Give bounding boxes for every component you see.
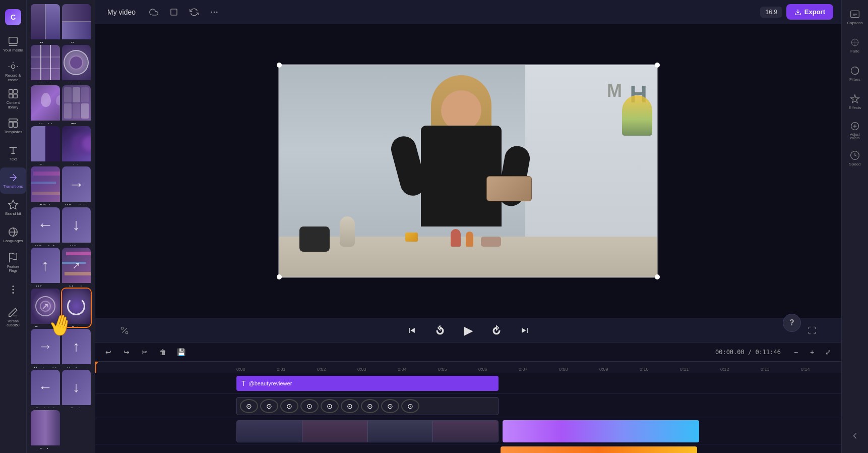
crop-button[interactable]: [166, 4, 182, 20]
sidebar-item-text[interactable]: Text: [0, 140, 26, 166]
top-bar: My video 16:9 Export: [95, 0, 841, 24]
transition-circular-wipe[interactable]: Circular wipe: [62, 45, 91, 84]
text-clip-beautyreviewer[interactable]: T @beautyreviewer: [236, 376, 499, 391]
emoji-5: ⊙: [321, 399, 339, 413]
redo-button[interactable]: ↪: [119, 345, 134, 359]
emoji-clip[interactable]: ⊙ ⊙ ⊙ ⊙ ⊙ ⊙ ⊙ ⊙ ⊙: [236, 397, 499, 415]
transition-wipe-right-label: Wipe right: [62, 202, 91, 205]
reset-button[interactable]: [186, 4, 202, 20]
sidebar-item-transitions[interactable]: Transitions: [0, 167, 26, 194]
delete-button[interactable]: 🗑: [156, 345, 170, 359]
collapse-panel-button[interactable]: [842, 423, 868, 449]
transition-liquid-drops[interactable]: Liquid drops: [31, 85, 60, 124]
video-frame: H M: [278, 64, 658, 278]
skip-forward-button[interactable]: [516, 321, 534, 339]
top-bar-right: 16:9 Export: [760, 4, 833, 20]
transition-wipe-right[interactable]: → Wipe right: [62, 166, 91, 205]
transition-fade-through[interactable]: Fade through ...: [31, 410, 60, 449]
corner-handle-tr[interactable]: [655, 63, 660, 68]
video-clip-main[interactable]: [236, 420, 499, 442]
transition-thirds[interactable]: Thirds: [31, 45, 60, 84]
transition-push-down-label: Push down: [62, 405, 91, 409]
cut-button[interactable]: ✂: [138, 345, 152, 359]
color-clip[interactable]: [503, 420, 699, 442]
fade-label: Fade: [850, 49, 859, 53]
sidebar-item-languages[interactable]: Languages: [0, 222, 26, 248]
ruler-ticks: 0:00 0:01 0:02 0:03 0:04 0:05 0:06 0:07 …: [236, 367, 841, 372]
transition-push-left[interactable]: ← Push left: [31, 370, 60, 409]
transition-wipe-left[interactable]: ← Wipe left: [31, 207, 60, 246]
corner-handle-bl[interactable]: [277, 274, 282, 279]
right-tool-fade[interactable]: Fade: [842, 32, 868, 59]
sidebar-item-more[interactable]: [0, 276, 26, 303]
transition-ink[interactable]: Ink: [62, 126, 91, 165]
ruler-mark-12: 0:12: [720, 367, 761, 372]
zoom-out-button[interactable]: −: [789, 345, 803, 359]
right-tool-effects[interactable]: Effects: [842, 89, 868, 115]
right-tool-speed[interactable]: Speed: [842, 145, 868, 172]
fullscreen-button[interactable]: [803, 321, 821, 339]
transition-close-label: Close: [31, 161, 60, 165]
undo-button[interactable]: ↩: [101, 345, 115, 359]
playhead-triangle: [95, 362, 98, 366]
transition-morph-glitch[interactable]: ↗ Morph glitch: [62, 248, 91, 287]
ruler-mark-13: 0:13: [761, 367, 801, 372]
sidebar-item-brand-kit[interactable]: Brand kit: [0, 195, 26, 221]
svg-rect-5: [14, 94, 17, 98]
transition-barn-doors-v[interactable]: Barn doors - ve...: [31, 4, 60, 43]
fit-to-window-button[interactable]: ⤢: [821, 345, 835, 359]
playhead[interactable]: [95, 362, 96, 373]
orange-track: [95, 444, 841, 453]
left-sidebar: C Your media Record &create Contentlibra…: [0, 0, 27, 453]
rewind-button[interactable]: [431, 321, 449, 339]
video-title: My video: [107, 8, 136, 16]
right-tool-captions[interactable]: Captions: [842, 4, 868, 30]
sidebar-item-content-library[interactable]: Contentlibrary: [0, 86, 26, 112]
zoom-in-button[interactable]: +: [805, 345, 819, 359]
ruler-mark-10: 0:10: [640, 367, 680, 372]
transition-wipe-left-label: Wipe left: [31, 243, 60, 246]
export-button[interactable]: Export: [786, 4, 833, 20]
trim-button[interactable]: [115, 321, 134, 339]
sidebar-item-record-create[interactable]: Record &create: [0, 59, 26, 85]
svg-rect-13: [171, 9, 177, 15]
content-area: H M: [95, 24, 841, 453]
adjust-colors-label: Adjustcolors: [850, 133, 859, 140]
svg-point-10: [13, 286, 14, 287]
skip-back-button[interactable]: [403, 321, 421, 339]
transition-barn-doors-h[interactable]: Barn doors - h...: [62, 4, 91, 43]
ruler-mark-5: 0:05: [438, 367, 478, 372]
transition-tiles[interactable]: Tiles: [62, 85, 91, 124]
help-button[interactable]: ?: [783, 314, 801, 332]
emoji-2: ⊙: [260, 399, 278, 413]
play-pause-button[interactable]: ▶: [459, 321, 477, 339]
transition-circular-wipe-label: Circular wipe: [62, 80, 91, 84]
transition-wipe-down-label: Wipe down: [62, 243, 91, 246]
transition-wipe-up[interactable]: ↑ Wipe up: [31, 248, 60, 287]
orange-clip[interactable]: [501, 446, 697, 454]
transition-thirds-label: Thirds: [31, 80, 60, 84]
cloud-save-button[interactable]: [146, 4, 162, 20]
emoji-1: ⊙: [240, 399, 258, 413]
sidebar-item-your-media[interactable]: Your media: [0, 31, 26, 58]
sidebar-item-templates[interactable]: Templates: [0, 113, 26, 139]
forward-button[interactable]: [487, 321, 506, 339]
speed-label: Speed: [849, 162, 860, 166]
corner-handle-tl[interactable]: [277, 63, 282, 68]
emoji-7: ⊙: [361, 399, 379, 413]
video-vase: [340, 216, 355, 247]
transition-wipe-down[interactable]: ↓ Wipe down: [62, 207, 91, 246]
transition-ink-label: Ink: [62, 161, 91, 165]
save-button[interactable]: 💾: [174, 345, 188, 359]
transition-push-down[interactable]: ↓ Push down: [62, 370, 91, 409]
transition-glitch-reveal[interactable]: Glitch reveal: [31, 166, 60, 205]
svg-rect-0: [9, 37, 18, 44]
right-tool-filters[interactable]: Filters: [842, 61, 868, 87]
more-options-button[interactable]: [206, 4, 222, 20]
transition-barn-doors-v-label: Barn doors - ve...: [31, 39, 60, 43]
transition-wipe-up-label: Wipe up: [31, 283, 60, 287]
right-tool-adjust-colors[interactable]: Adjustcolors: [842, 117, 868, 143]
transition-close[interactable]: Close: [31, 126, 60, 165]
corner-handle-br[interactable]: [655, 274, 660, 279]
sidebar-item-feature-flags[interactable]: FeatureFlags: [0, 249, 26, 275]
